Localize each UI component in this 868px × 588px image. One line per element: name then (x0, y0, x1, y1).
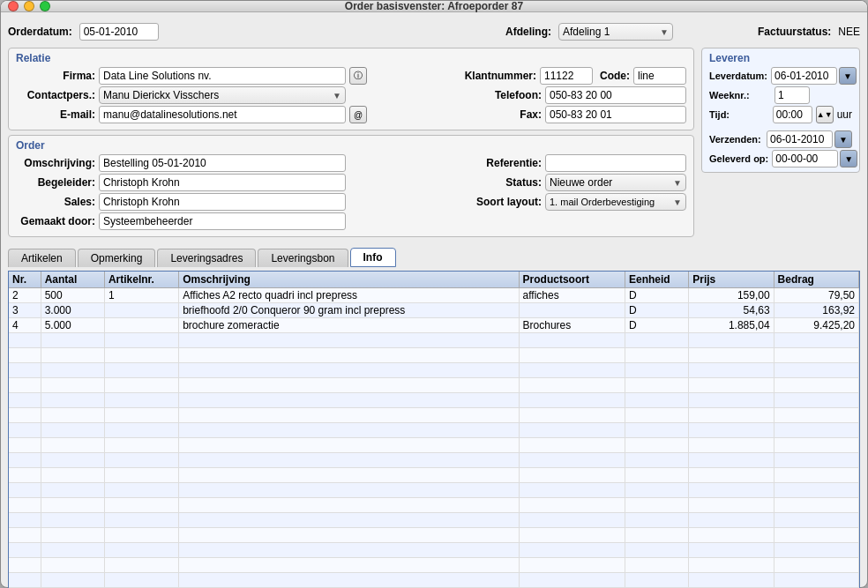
firma-input[interactable] (99, 67, 346, 85)
cell-productsoort: affiches (519, 288, 625, 303)
weeknr-input[interactable] (774, 86, 810, 104)
col-artikelnr: Artikelnr. (104, 272, 178, 288)
table-row[interactable] (9, 513, 859, 528)
verzenden-input[interactable] (767, 130, 833, 148)
soort-select[interactable]: 1. mail Orderbevestiging ▼ (545, 193, 686, 211)
fax-input[interactable] (545, 106, 686, 123)
cell-aantal (41, 543, 104, 558)
firma-info-button[interactable]: ⓘ (349, 67, 367, 85)
tab-leveringsadres[interactable]: Leveringsadres (157, 249, 256, 267)
cell-eenheid (625, 468, 689, 483)
cell-productsoort (519, 408, 625, 423)
cell-productsoort (519, 333, 625, 348)
contactpers-select[interactable]: Manu Dierickx Visschers ▼ (99, 86, 346, 104)
table-row[interactable]: 4 5.000 brochure zomeractie Brochures D … (9, 318, 859, 333)
tijd-picker-button[interactable]: ▲▼ (816, 106, 834, 123)
cell-nr (9, 393, 41, 408)
tab-leveringsbon[interactable]: Leveringsbon (258, 249, 348, 267)
verzenden-picker-button[interactable]: ▼ (834, 130, 852, 148)
cell-omschrijving (179, 573, 519, 588)
cell-productsoort (519, 453, 625, 468)
cell-aantal (41, 333, 104, 348)
cell-nr (9, 333, 41, 348)
col-omschrijving: Omschrijving (179, 272, 519, 288)
table-row[interactable]: 3 3.000 briefhoofd 2/0 Conqueror 90 gram… (9, 303, 859, 318)
cell-nr (9, 423, 41, 438)
table-row[interactable] (9, 393, 859, 408)
leverdatum-picker-button[interactable]: ▼ (839, 67, 857, 85)
tijd-label: Tijd: (709, 109, 769, 120)
orderdatum-input[interactable]: 05-01-2010 (79, 23, 159, 41)
geleverd-input[interactable] (772, 150, 838, 167)
table-row[interactable] (9, 468, 859, 483)
cell-nr (9, 363, 41, 378)
table-row[interactable] (9, 438, 859, 453)
close-button[interactable] (8, 1, 19, 11)
table-row[interactable] (9, 498, 859, 513)
col-nr: Nr. (9, 272, 41, 288)
tab-opmerking[interactable]: Opmerking (78, 249, 156, 267)
cell-bedrag (774, 453, 858, 468)
status-select[interactable]: Nieuwe order ▼ (545, 174, 686, 191)
klantnummer-label: Klantnummer: (457, 70, 536, 82)
table-row[interactable]: 2 500 1 Affiches A2 recto quadri incl pr… (9, 288, 859, 303)
cell-productsoort (519, 573, 625, 588)
soort-arrow-icon: ▼ (673, 197, 682, 207)
cell-omschrijving (179, 498, 519, 513)
geleverd-label: Geleverd op: (709, 153, 768, 164)
cell-aantal (41, 363, 104, 378)
sales-input[interactable] (99, 193, 346, 211)
code-input[interactable] (633, 67, 686, 85)
tab-info[interactable]: Info (350, 248, 396, 267)
tab-artikelen[interactable]: Artikelen (8, 249, 76, 267)
tijd-input[interactable] (773, 106, 812, 123)
email-input[interactable] (99, 106, 346, 123)
begeleider-input[interactable] (99, 174, 346, 191)
status-label: Status: (462, 176, 542, 189)
telefoon-input[interactable] (545, 86, 686, 104)
table-row[interactable] (9, 333, 859, 348)
factuurstatus-value: NEE (838, 26, 860, 38)
table-row[interactable] (9, 423, 859, 438)
firma-label: Firma: (16, 70, 95, 82)
referentie-label: Referentie: (462, 157, 542, 169)
cell-omschrijving (179, 513, 519, 528)
cell-productsoort (519, 468, 625, 483)
cell-productsoort (519, 348, 625, 363)
cell-bedrag (774, 483, 858, 498)
table-container: Nr. Aantal Artikelnr. Omschrijving Produ… (8, 271, 860, 588)
email-at-button[interactable]: @ (349, 106, 367, 123)
gemaakt-input[interactable] (99, 212, 346, 230)
cell-eenheid (625, 333, 689, 348)
table-row[interactable] (9, 378, 859, 393)
table-row[interactable] (9, 408, 859, 423)
cell-prijs (689, 378, 774, 393)
geleverd-picker-button[interactable]: ▼ (840, 150, 857, 167)
cell-aantal (41, 468, 104, 483)
table-row[interactable] (9, 543, 859, 558)
table-row[interactable] (9, 348, 859, 363)
minimize-button[interactable] (24, 1, 34, 11)
cell-bedrag: 79,50 (774, 288, 858, 303)
afdeling-select[interactable]: Afdeling 1 ▼ (558, 23, 673, 41)
table-row[interactable] (9, 363, 859, 378)
cell-artikelnr: 1 (104, 288, 178, 303)
cell-eenheid (625, 348, 689, 363)
table-row[interactable] (9, 483, 859, 498)
table-row[interactable] (9, 558, 859, 573)
col-aantal: Aantal (41, 272, 104, 288)
col-eenheid: Eenheid (625, 272, 689, 288)
cell-nr (9, 483, 41, 498)
maximize-button[interactable] (40, 1, 50, 11)
cell-artikelnr (104, 468, 178, 483)
cell-artikelnr (104, 303, 178, 318)
klantnummer-input[interactable] (540, 67, 593, 85)
referentie-input[interactable] (545, 154, 686, 172)
table-row[interactable] (9, 528, 859, 543)
table-row[interactable] (9, 573, 859, 588)
orderdatum-label: Orderdatum: (8, 26, 72, 38)
cell-prijs (689, 438, 774, 453)
leverdatum-input[interactable] (771, 67, 837, 85)
omschrijving-input[interactable] (99, 154, 346, 172)
table-row[interactable] (9, 453, 859, 468)
